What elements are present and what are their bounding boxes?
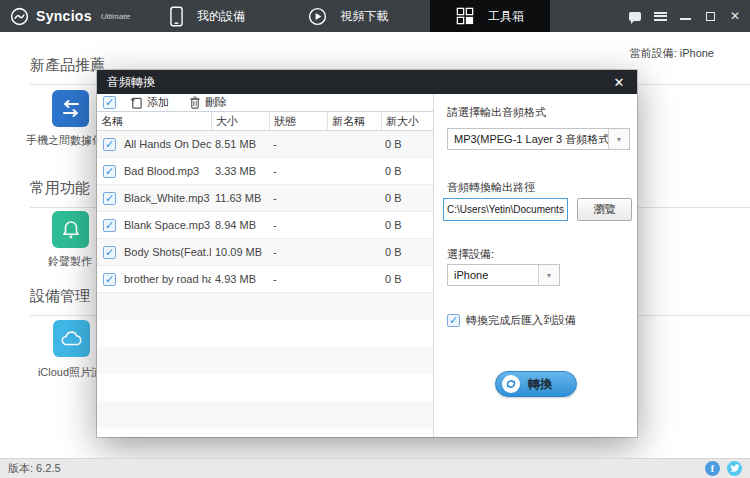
facebook-icon[interactable]: f: [705, 461, 720, 476]
table-row[interactable]: ✓Black_White.mp311.63 MB-0 B: [97, 185, 433, 212]
cell-newsize: 0 B: [385, 239, 431, 265]
row-checkbox[interactable]: ✓: [103, 219, 116, 232]
audio-convert-dialog: 音頻轉換 ✕ ✓ 添加 刪除 名稱: [97, 70, 637, 437]
row-checkbox[interactable]: ✓: [103, 246, 116, 259]
window-controls: ✕: [628, 0, 742, 32]
tab-toolbox-label: 工具箱: [488, 8, 524, 25]
cell-status: -: [273, 158, 327, 184]
tool-phone-transfer[interactable]: [52, 90, 89, 127]
close-button[interactable]: ✕: [728, 9, 742, 23]
grid-icon: [456, 7, 474, 25]
table-row[interactable]: ✓Blank Space.mp38.94 MB-0 B: [97, 212, 433, 239]
play-icon: [308, 7, 327, 26]
phone-icon: [170, 6, 183, 27]
tab-my-device-label: 我的設備: [197, 8, 245, 25]
row-checkbox[interactable]: ✓: [103, 273, 116, 286]
version-label: 版本: 6.2.5: [8, 461, 61, 476]
options-pane: 請選擇輸出音頻格式 MP3(MPEG-1 Layer 3 音頻格式) ▼ 音頻轉…: [434, 94, 637, 437]
trash-icon: [189, 96, 201, 109]
table-row[interactable]: ✓All Hands On Deck.mp38.51 MB-0 B: [97, 131, 433, 158]
cell-newsize: 0 B: [385, 185, 431, 211]
cell-name: Blank Space.mp3: [124, 212, 211, 238]
cell-name: All Hands On Deck.mp3: [124, 131, 211, 157]
cell-newsize: 0 B: [385, 158, 431, 184]
row-checkbox[interactable]: ✓: [103, 192, 116, 205]
select-all-checkbox[interactable]: ✓: [103, 96, 116, 109]
format-label: 請選擇輸出音頻格式: [447, 105, 546, 120]
dialog-title: 音頻轉換: [107, 74, 155, 91]
cell-status: -: [273, 266, 327, 292]
col-status[interactable]: 狀態: [270, 112, 328, 130]
cell-status: -: [273, 212, 327, 238]
tool-icloud-photostream[interactable]: [53, 320, 90, 357]
device-dropdown[interactable]: iPhone ▼: [447, 264, 560, 286]
import-checkbox[interactable]: ✓: [447, 314, 460, 327]
dialog-close-icon[interactable]: ✕: [611, 75, 627, 90]
table-row[interactable]: ✓Bad Blood.mp33.33 MB-0 B: [97, 158, 433, 185]
app-name: Syncios: [36, 8, 92, 24]
tool-ringtone-maker[interactable]: [52, 211, 89, 248]
empty-row: [97, 293, 433, 320]
transfer-arrows-icon: [59, 99, 83, 119]
import-after-convert-option[interactable]: ✓ 轉換完成后匯入到設備: [447, 313, 576, 328]
cell-name: brother by road hawgs.....: [124, 266, 211, 292]
empty-row: [97, 320, 433, 347]
status-bar: 版本: 6.2.5 f: [0, 458, 750, 478]
cell-status: -: [273, 185, 327, 211]
row-checkbox[interactable]: ✓: [103, 138, 116, 151]
delete-button[interactable]: 刪除: [183, 95, 233, 110]
bell-icon: [60, 219, 82, 241]
import-checkbox-label: 轉換完成后匯入到設備: [466, 313, 576, 328]
twitter-icon[interactable]: [727, 461, 742, 476]
col-size[interactable]: 大小: [212, 112, 270, 130]
feedback-icon[interactable]: [628, 9, 642, 23]
dialog-title-bar: 音頻轉換 ✕: [97, 70, 637, 94]
tab-my-device[interactable]: 我的設備: [135, 0, 280, 32]
col-new-size[interactable]: 新大小: [382, 112, 433, 130]
empty-row: [97, 347, 433, 374]
maximize-button[interactable]: [703, 9, 717, 23]
file-list-pane: ✓ 添加 刪除 名稱 大小 狀態 新名稱: [97, 94, 434, 437]
cell-size: 8.51 MB: [215, 131, 269, 157]
cell-name: Black_White.mp3: [124, 185, 211, 211]
file-table-body: ✓All Hands On Deck.mp38.51 MB-0 B✓Bad Bl…: [97, 131, 433, 437]
cell-name: Body Shots(Feat.Ludac...: [124, 239, 211, 265]
sync-icon: [502, 375, 520, 393]
convert-button-label: 轉換: [528, 376, 552, 393]
add-button[interactable]: 添加: [124, 95, 175, 110]
cell-size: 11.63 MB: [215, 185, 269, 211]
convert-button[interactable]: 轉換: [495, 371, 577, 397]
add-button-label: 添加: [147, 95, 169, 110]
cell-size: 10.09 MB: [215, 239, 269, 265]
menu-icon[interactable]: [653, 9, 667, 23]
tab-toolbox[interactable]: 工具箱: [430, 0, 550, 32]
app-brand: Syncios Ultimate: [10, 0, 130, 32]
title-bar: Syncios Ultimate 我的設備 視頻下載 工具箱 ✕: [0, 0, 750, 32]
format-dropdown-value: MP3(MPEG-1 Layer 3 音頻格式): [448, 132, 608, 147]
cell-name: Bad Blood.mp3: [124, 158, 211, 184]
chevron-down-icon: ▼: [608, 129, 629, 149]
empty-row: [97, 401, 433, 428]
col-new-name[interactable]: 新名稱: [328, 112, 382, 130]
tab-video-download[interactable]: 視頻下載: [288, 0, 408, 32]
dialog-toolbar: ✓ 添加 刪除: [97, 94, 433, 112]
row-checkbox[interactable]: ✓: [103, 165, 116, 178]
chevron-down-icon: ▼: [538, 265, 559, 285]
empty-row: [97, 428, 433, 437]
app-edition: Ultimate: [101, 12, 130, 21]
table-row[interactable]: ✓brother by road hawgs.....4.93 MB-0 B: [97, 266, 433, 293]
col-name[interactable]: 名稱: [97, 112, 212, 130]
browse-button[interactable]: 瀏覽: [577, 198, 632, 221]
cell-status: -: [273, 131, 327, 157]
table-row[interactable]: ✓Body Shots(Feat.Ludac...10.09 MB-0 B: [97, 239, 433, 266]
empty-row: [97, 374, 433, 401]
format-dropdown[interactable]: MP3(MPEG-1 Layer 3 音頻格式) ▼: [447, 128, 630, 150]
output-path-input[interactable]: [443, 198, 568, 221]
add-file-icon: [130, 96, 143, 109]
minimize-button[interactable]: [678, 9, 692, 23]
cell-newsize: 0 B: [385, 212, 431, 238]
table-header: 名稱 大小 狀態 新名稱 新大小: [97, 112, 433, 131]
cell-size: 3.33 MB: [215, 158, 269, 184]
output-path-label: 音頻轉換輸出路徑: [447, 180, 535, 195]
syncios-logo-icon: [10, 7, 29, 26]
